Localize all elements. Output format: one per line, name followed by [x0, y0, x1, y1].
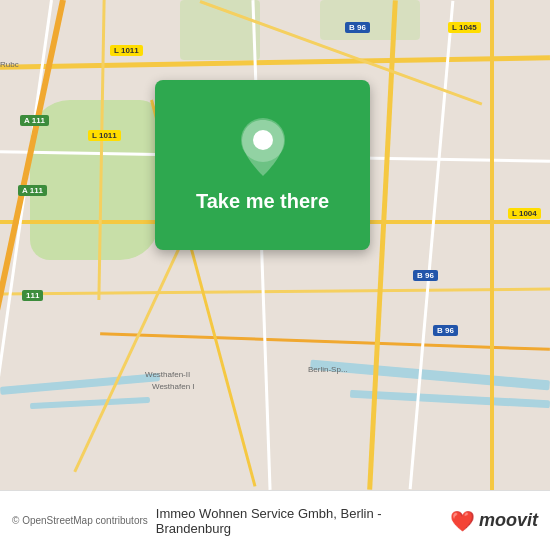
label-a111-1: A 111: [20, 115, 49, 126]
label-l1004: L 1004: [508, 208, 541, 219]
label-l1011-1: L 1011: [110, 45, 143, 56]
location-title: Immeo Wohnen Service Gmbh, Berlin - Bran…: [156, 506, 442, 536]
label-b96-3: B 96: [433, 325, 458, 336]
map-text-westhafen1: Westhafen I: [152, 382, 195, 391]
label-b96-1: B 96: [345, 22, 370, 33]
label-b96-2: B 96: [413, 270, 438, 281]
road-h5: [100, 332, 550, 351]
location-pin-icon: [238, 118, 288, 178]
canal-2: [30, 397, 150, 409]
map-text-berlin-sp: Berlin-Sp...: [308, 365, 348, 374]
label-a111-2: A 111: [18, 185, 47, 196]
take-me-there-card[interactable]: Take me there: [155, 80, 370, 250]
map-text-westhafen2: Westhafen-II: [145, 370, 190, 379]
label-l1045: L 1045: [448, 22, 481, 33]
take-me-there-label: Take me there: [196, 190, 329, 213]
road-d4: [409, 1, 455, 489]
moovit-brand-text: moovit: [479, 510, 538, 531]
bottom-info-bar: © OpenStreetMap contributors Immeo Wohne…: [0, 490, 550, 550]
canal: [0, 373, 160, 395]
road-h4: [0, 288, 550, 296]
moovit-heart-icon: ❤️: [450, 509, 475, 533]
label-l1011-2: L 1011: [88, 130, 121, 141]
label-111: 111: [22, 290, 43, 301]
road-h1: [0, 55, 550, 70]
map-text-top: Rubc: [0, 60, 19, 69]
canal-4: [350, 390, 550, 408]
map-view: A 111 A 111 111 L 1011 L 1011 B 96 B 96 …: [0, 0, 550, 490]
park-area-3: [320, 0, 420, 40]
moovit-logo: ❤️ moovit: [450, 509, 538, 533]
svg-point-1: [253, 130, 273, 150]
road-v4: [490, 0, 494, 490]
copyright-text: © OpenStreetMap contributors: [12, 515, 148, 526]
park-area: [30, 100, 160, 260]
